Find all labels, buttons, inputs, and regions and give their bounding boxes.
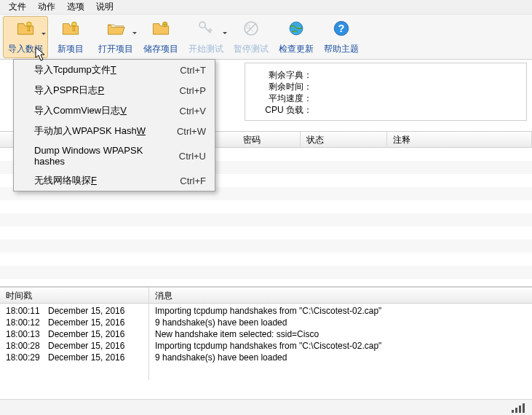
grid-column-pwd[interactable]: 密码	[237, 132, 301, 147]
import-data-dropdown: 导入Tcpdump文件TCtrl+T导入PSPR日志PCtrl+P导入CommV…	[13, 59, 215, 191]
chevron-down-icon	[132, 32, 137, 34]
toolbar-label: 检查更新	[279, 43, 314, 55]
pause-test-button: 暂停测试	[229, 16, 274, 58]
log-row-message[interactable]: New handshake item selected: ssid=Cisco	[149, 328, 532, 340]
log-date: December 15, 2016	[48, 328, 143, 340]
log-date: December 15, 2016	[48, 317, 143, 328]
log-message: New handshake item selected: ssid=Cisco	[155, 328, 319, 340]
value-remain-dict	[312, 69, 517, 81]
log-row-message[interactable]: Importing tcpdump handshakes from "C:\Ci…	[149, 305, 532, 317]
log-row-timestamp[interactable]: 18:00:12December 15, 2016	[0, 317, 148, 328]
label-remain-time: 剩余时间：	[254, 81, 312, 92]
log-row-message[interactable]: Importing tcpdump handshakes from "C:\Ci…	[149, 340, 532, 352]
log-date: December 15, 2016	[48, 305, 143, 317]
folder-save-icon	[151, 17, 170, 40]
toolbar: 导入数据新项目打开项目储存项目开始测试暂停测试检查更新?帮助主题	[0, 15, 532, 60]
log-message: Importing tcpdump handshakes from "C:\Ci…	[155, 340, 381, 352]
import-data-button[interactable]: 导入数据	[3, 16, 48, 58]
status-bar	[0, 399, 532, 415]
log-time: 18:00:29	[6, 352, 48, 363]
folder-key-icon	[16, 17, 35, 40]
check-update-button[interactable]: 检查更新	[274, 16, 319, 58]
log-row-timestamp[interactable]: 18:00:11December 15, 2016	[0, 305, 148, 317]
toolbar-label: 打开项目	[98, 43, 133, 55]
dropdown-item[interactable]: 手动加入WPAPSK HashWCtrl+W	[14, 121, 215, 141]
help-topic-button[interactable]: ?帮助主题	[319, 16, 364, 58]
svg-text:?: ?	[338, 23, 345, 34]
keys-icon	[196, 17, 215, 40]
open-project-button[interactable]: 打开项目	[93, 16, 138, 58]
value-remain-time	[312, 81, 517, 92]
dropdown-item-label: 导入CommView日志V	[34, 104, 127, 117]
signal-icon	[512, 403, 526, 413]
toolbar-label: 新项目	[57, 43, 84, 55]
toolbar-label: 帮助主题	[324, 43, 359, 55]
log-header-message[interactable]: 消息	[149, 288, 532, 304]
log-time: 18:00:13	[6, 328, 48, 340]
log-time: 18:00:12	[6, 317, 48, 328]
dropdown-item-label: 无线网络嗅探F	[34, 174, 97, 187]
log-date: December 15, 2016	[48, 352, 143, 363]
log-row-timestamp[interactable]: 18:00:29December 15, 2016	[0, 352, 148, 363]
stats-box: 剩余字典： 剩余时间： 平均速度： CPU 负载：	[245, 63, 527, 121]
blocked-icon	[242, 17, 261, 40]
dropdown-item-shortcut: Ctrl+W	[177, 126, 206, 137]
dropdown-item-shortcut: Ctrl+T	[180, 65, 206, 76]
dropdown-item-shortcut: Ctrl+V	[180, 106, 206, 116]
grid-column-status[interactable]: 状态	[301, 132, 387, 147]
dropdown-item[interactable]: 导入PSPR日志PCtrl+P	[14, 80, 215, 100]
toolbar-label: 暂停测试	[234, 43, 269, 55]
log-header-timestamp[interactable]: 时间戳	[0, 288, 148, 304]
toolbar-label: 开始测试	[188, 43, 223, 55]
label-remain-dict: 剩余字典：	[254, 69, 312, 81]
dropdown-item-label: 导入Tcpdump文件T	[34, 63, 116, 76]
svg-rect-3	[73, 26, 74, 31]
log-row-timestamp[interactable]: 18:00:13December 15, 2016	[0, 328, 148, 340]
log-row-message[interactable]: 9 handshake(s) have been loaded	[149, 352, 532, 363]
dropdown-item-shortcut: Ctrl+F	[180, 175, 206, 186]
dropdown-item-label: 导入PSPR日志P	[34, 84, 104, 97]
dropdown-item-label: Dump Windows WPAPSK hashes	[34, 145, 166, 167]
dropdown-item-shortcut: Ctrl+U	[179, 151, 206, 162]
dropdown-item[interactable]: 无线网络嗅探FCtrl+F	[14, 170, 215, 191]
folder-key-icon	[61, 17, 80, 40]
dropdown-item-shortcut: Ctrl+P	[180, 85, 206, 96]
menubar: 文件 动作 选项 说明	[0, 0, 532, 15]
start-test-button: 开始测试	[183, 16, 229, 58]
dropdown-item-label: 手动加入WPAPSK HashW	[34, 125, 146, 138]
menu-action[interactable]: 动作	[32, 0, 61, 15]
log-message: 9 handshake(s) have been loaded	[155, 352, 287, 363]
label-avg-speed: 平均速度：	[254, 92, 312, 104]
menu-file[interactable]: 文件	[3, 0, 32, 15]
log-time: 18:00:11	[6, 305, 48, 317]
menu-help[interactable]: 说明	[90, 0, 119, 15]
new-project-button[interactable]: 新项目	[48, 16, 93, 58]
log-panel: 时间戳 18:00:11December 15, 201618:00:12Dec…	[0, 287, 532, 380]
grid-column-note[interactable]: 注释	[387, 132, 532, 147]
log-timestamp-column: 时间戳 18:00:11December 15, 201618:00:12Dec…	[0, 288, 149, 380]
dropdown-item[interactable]: 导入CommView日志VCtrl+V	[14, 100, 215, 121]
log-row-timestamp[interactable]: 18:00:28December 15, 2016	[0, 340, 148, 352]
chevron-down-icon	[223, 32, 227, 34]
label-cpu-load: CPU 负载：	[254, 104, 312, 116]
svg-rect-1	[28, 26, 29, 31]
menu-option[interactable]: 选项	[61, 0, 90, 15]
help-icon: ?	[332, 17, 351, 40]
log-date: December 15, 2016	[48, 340, 143, 352]
dropdown-item[interactable]: 导入Tcpdump文件TCtrl+T	[14, 60, 215, 80]
value-avg-speed	[312, 92, 517, 104]
log-message-column: 消息 Importing tcpdump handshakes from "C:…	[149, 288, 532, 380]
value-cpu-load	[312, 104, 517, 116]
save-project-button[interactable]: 储存项目	[138, 16, 183, 58]
folder-open-icon	[106, 17, 125, 40]
log-message: 9 handshake(s) have been loaded	[155, 317, 287, 328]
chevron-down-icon	[41, 33, 46, 35]
log-row-message[interactable]: 9 handshake(s) have been loaded	[149, 317, 532, 328]
log-time: 18:00:28	[6, 340, 48, 352]
dropdown-item[interactable]: Dump Windows WPAPSK hashesCtrl+U	[14, 141, 215, 170]
toolbar-label: 储存项目	[143, 43, 178, 55]
log-message: Importing tcpdump handshakes from "C:\Ci…	[155, 305, 381, 317]
globe-icon	[287, 17, 306, 40]
toolbar-label: 导入数据	[8, 43, 43, 55]
